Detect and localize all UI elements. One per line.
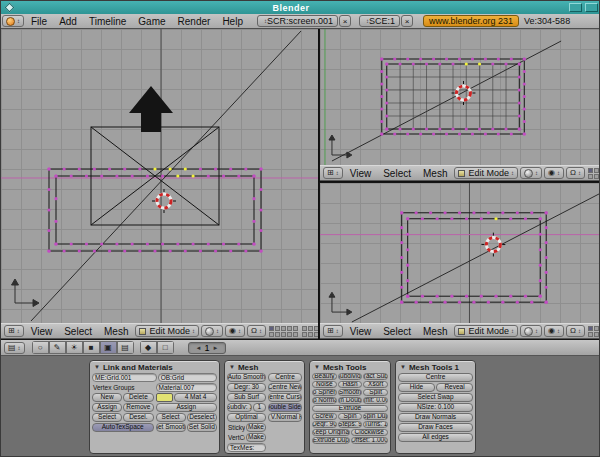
viewport-front-canvas[interactable] xyxy=(1,29,318,323)
layer-button[interactable] xyxy=(293,326,298,331)
mesh-data-button[interactable]: ◆ xyxy=(140,341,157,354)
help-menu[interactable]: Help xyxy=(216,16,249,27)
panel-mesh[interactable]: ▼ Mesh Auto SmoothDegr: 30Sub SurfSubdiv… xyxy=(224,360,305,454)
pivot-dropdown[interactable]: ◉ ↕ xyxy=(544,167,564,179)
texmes-field[interactable]: TexMes: xyxy=(227,443,266,452)
layer-button[interactable] xyxy=(287,326,292,331)
panel-title[interactable]: ▼ Mesh Tools 1 xyxy=(398,362,473,372)
smooth-button[interactable]: Smooth xyxy=(338,389,363,396)
layer-button[interactable] xyxy=(588,326,593,331)
panel-title[interactable]: ▼ Link and Materials xyxy=(92,362,217,372)
select-menu[interactable]: Select xyxy=(377,168,417,179)
make-button[interactable]: Make xyxy=(246,433,266,442)
to-sphere-button[interactable]: To Sphere xyxy=(312,389,337,396)
centre-button[interactable]: Centre xyxy=(398,373,473,382)
layer-button[interactable] xyxy=(588,174,593,179)
screen-close-button[interactable]: × xyxy=(339,15,351,27)
select-button[interactable]: Select xyxy=(92,413,122,422)
frame-prev-icon[interactable]: ◄ xyxy=(196,345,202,351)
rem-doubles-button[interactable]: Rem Doubles xyxy=(338,397,363,404)
render-menu[interactable]: Render xyxy=(172,16,217,27)
steps-9-button[interactable]: Steps: 9 xyxy=(338,421,363,428)
layer-buttons[interactable] xyxy=(269,326,298,337)
clockwise-button[interactable]: Clockwise xyxy=(351,429,389,436)
proportional-edit-dropdown[interactable]: Ω ↕ xyxy=(566,167,585,179)
limit-0-001-button[interactable]: Limit: 0.001 xyxy=(363,397,388,404)
assign-button[interactable]: Assign xyxy=(92,403,122,412)
panel-title[interactable]: ▼ Mesh xyxy=(227,362,302,372)
window-type-button[interactable]: ⊞ ↕ xyxy=(323,167,343,179)
xsort-button[interactable]: Xsort xyxy=(363,381,388,388)
window-type-button[interactable]: ↕ xyxy=(2,15,24,27)
beauty-button[interactable]: Beauty xyxy=(312,373,337,380)
double-sided-button[interactable]: Double Sided xyxy=(268,403,302,412)
mesh-menu[interactable]: Mesh xyxy=(417,326,453,337)
no-v-normal-flip-button[interactable]: No V.Normal Flip xyxy=(268,413,302,422)
layer-buttons[interactable] xyxy=(588,326,600,337)
screen-selector[interactable]: ↕ SCR:screen.001 xyxy=(257,15,338,27)
set-solid-button[interactable]: Set Solid xyxy=(187,423,217,432)
layer-button[interactable] xyxy=(302,326,307,331)
autotexspace-button[interactable]: AutoTexSpace xyxy=(92,423,154,432)
make-button[interactable]: Make xyxy=(246,423,266,432)
degr-30-button[interactable]: Degr: 30 xyxy=(227,383,266,392)
draw-mode-dropdown[interactable]: ↕ xyxy=(520,167,542,179)
material-007-field[interactable]: Material.007 xyxy=(156,383,218,392)
mesh-vertices[interactable] xyxy=(400,211,548,304)
mode-dropdown[interactable]: Edit Mode ↕ xyxy=(454,167,518,179)
fract-subd-button[interactable]: Fract Subd xyxy=(363,373,388,380)
view-menu[interactable]: View xyxy=(344,326,378,337)
layer-button[interactable] xyxy=(302,332,307,337)
logic-context-button[interactable]: ○ xyxy=(32,341,49,354)
panel-link-and-materials[interactable]: ▼ Link and Materials ME:Grid.001OB:Grid … xyxy=(89,360,220,454)
subdivide-button[interactable]: Subdivide xyxy=(338,373,363,380)
collapse-triangle-icon[interactable]: ▼ xyxy=(314,364,320,370)
spin-dup-button[interactable]: Spin Dup xyxy=(363,413,388,420)
3d-cursor[interactable] xyxy=(152,189,176,213)
material-color-swatch[interactable] xyxy=(156,393,174,402)
desel-button[interactable]: Desel. xyxy=(123,413,153,422)
centre-button[interactable]: Centre xyxy=(268,373,302,382)
layer-button[interactable] xyxy=(594,326,599,331)
game-menu[interactable]: Game xyxy=(132,16,171,27)
offset-1-000-button[interactable]: Offset: 1.000 xyxy=(351,437,389,444)
select-menu[interactable]: Select xyxy=(58,326,98,337)
viewport-top-scene[interactable] xyxy=(320,29,600,165)
collapse-triangle-icon[interactable]: ▼ xyxy=(229,364,235,370)
subdiv-1-button[interactable]: Subdiv: 1 xyxy=(227,403,252,412)
extrude-dup-button[interactable]: Extrude Dup xyxy=(312,437,350,444)
auto-smooth-button[interactable]: Auto Smooth xyxy=(227,373,266,382)
window-titlebar[interactable]: Blender xyxy=(1,1,600,14)
panel-mesh-tools[interactable]: ▼ Mesh Tools BeautySubdivideFract SubdNo… xyxy=(309,360,391,454)
extrude-button[interactable]: Extrude xyxy=(312,405,388,412)
scene-close-button[interactable]: × xyxy=(401,15,413,27)
viewport-side-canvas[interactable] xyxy=(320,183,600,323)
sub-surf-button[interactable]: Sub Surf xyxy=(227,393,266,402)
turns-1-button[interactable]: Turns: 1 xyxy=(363,421,388,428)
mode-dropdown[interactable]: Edit Mode ↕ xyxy=(454,325,518,337)
layer-button[interactable] xyxy=(308,332,313,337)
4-mat-4-button[interactable]: 4 Mat 4 xyxy=(174,393,217,402)
pivot-dropdown[interactable]: ◉ ↕ xyxy=(544,325,564,337)
proportional-edit-dropdown[interactable]: Ω ↕ xyxy=(247,325,266,337)
delete-button[interactable]: Delete xyxy=(123,393,153,402)
new-button[interactable]: New xyxy=(92,393,122,402)
flip-normals-button[interactable]: Flip Normals xyxy=(312,397,337,404)
screw-button[interactable]: Screw xyxy=(312,413,337,420)
layer-button[interactable] xyxy=(281,326,286,331)
layer-buttons[interactable] xyxy=(302,326,318,337)
select-menu[interactable]: Select xyxy=(377,326,417,337)
layer-button[interactable] xyxy=(281,332,286,337)
centre-cursor-button[interactable]: Centre Cursor xyxy=(268,393,302,402)
mesh-vertices[interactable] xyxy=(47,167,262,252)
select-button[interactable]: Select xyxy=(156,413,186,422)
ob-grid-field[interactable]: OB:Grid xyxy=(158,373,217,382)
me-grid-001-field[interactable]: ME:Grid.001 xyxy=(92,373,157,382)
layer-button[interactable] xyxy=(588,168,593,173)
panel-mesh-tools-1[interactable]: ▼ Mesh Tools 1 CentreHideRevealSelect Sw… xyxy=(395,360,476,454)
viewport-top-canvas[interactable] xyxy=(320,29,600,165)
mode-dropdown[interactable]: Edit Mode ↕ xyxy=(135,325,199,337)
spin-button[interactable]: Spin xyxy=(338,413,363,420)
window-iconify-button[interactable] xyxy=(569,3,582,12)
layer-button[interactable] xyxy=(594,332,599,337)
